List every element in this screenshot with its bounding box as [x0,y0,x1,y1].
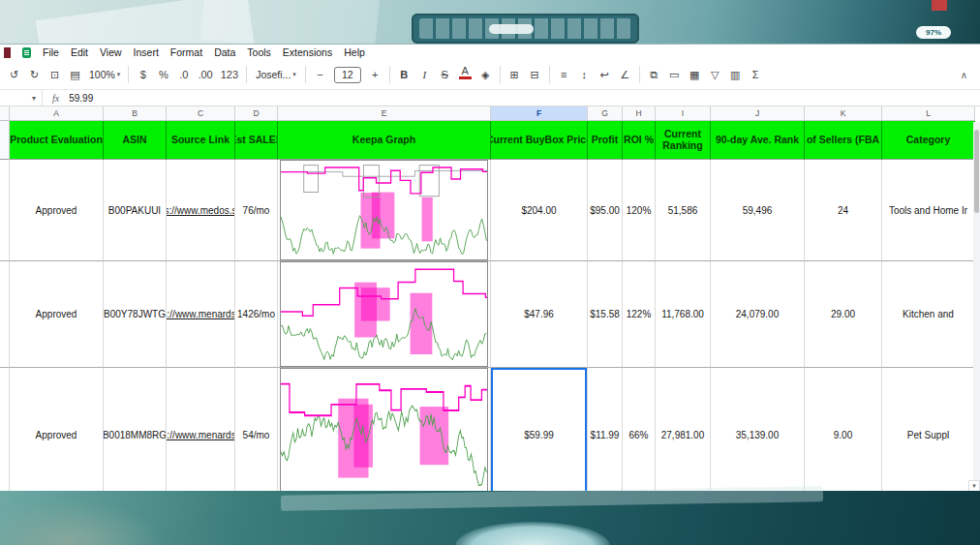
merge-cells-icon[interactable]: ⊟ [529,65,541,84]
cell-r1-keepa[interactable] [278,160,491,261]
col-letter-J[interactable]: J [711,106,805,121]
font-size-input[interactable]: 12 [334,67,361,83]
menu-item-tools[interactable]: Tools [247,46,271,58]
col-letter-H[interactable]: H [623,106,656,121]
formula-input[interactable]: 59.99 [69,93,93,104]
zoom-select[interactable]: 100%▾ [89,65,120,84]
currency-format-icon[interactable]: $ [137,65,149,84]
vertical-scrollbar[interactable] [973,122,980,482]
cell-r2-category[interactable]: Kitchen and [882,261,975,368]
cell-r2-asin[interactable]: B00Y78JWTG [104,261,167,368]
cell-r2-evaluation[interactable]: Approved [10,261,104,368]
header-cell-est_sales[interactable]: Est SALES [235,121,278,160]
paint-format-icon[interactable]: ▤ [69,65,81,84]
cell-r3-sellers[interactable]: 9.00 [805,368,882,491]
insert-comment-icon[interactable]: ▭ [668,65,681,84]
text-color-icon[interactable]: A [459,65,472,79]
cell-r1-est_sales[interactable]: 76/mo [235,160,278,261]
cell-r3-roi[interactable]: 66% [623,368,656,491]
increase-font-size-button[interactable]: + [369,65,382,84]
cell-r3-evaluation[interactable]: Approved [10,368,104,491]
table-views-icon[interactable]: ▥ [729,65,742,84]
header-cell-sellers[interactable]: of Sellers (FBA [805,121,882,160]
header-cell-roi[interactable]: ROI % [623,121,656,160]
cell-r1-asin[interactable]: B00PAKUUI [104,160,167,261]
cell-r2-avg_rank[interactable]: 24,079.00 [711,261,805,368]
cell-r1-sellers[interactable]: 24 [805,160,882,261]
bold-icon[interactable]: B [398,65,411,84]
cell-r3-ranking[interactable]: 27,981.00 [656,368,711,491]
cell-r1-source_link[interactable]: ps://www.medos.sh [167,160,235,261]
text-rotation-icon[interactable]: ∠ [619,65,631,84]
cell-r3-source_link[interactable]: s://www.menards. [167,368,235,491]
redo-icon[interactable]: ↻ [28,65,41,84]
cell-r2-profit[interactable]: $15.58 [588,261,623,368]
cell-r3-keepa[interactable] [278,368,491,491]
header-cell-category[interactable]: Category [882,121,975,160]
cell-r3-est_sales[interactable]: 54/mo [235,368,278,491]
cell-r1-buybox[interactable]: $204.00 [491,160,588,261]
horizontal-align-icon[interactable]: ≡ [558,65,570,84]
cell-r1-profit[interactable]: $95.00 [588,160,623,261]
cell-r2-keepa[interactable] [278,261,491,368]
cell-r1-category[interactable]: Tools and Home Ir [882,160,975,261]
menu-item-insert[interactable]: Insert [134,46,159,58]
menu-item-file[interactable]: File [43,46,59,58]
menu-item-edit[interactable]: Edit [71,46,88,58]
header-cell-profit[interactable]: Profit [588,121,623,160]
col-letter-L[interactable]: L [882,106,975,121]
insert-link-icon[interactable]: ⧉ [648,65,660,84]
cell-r2-buybox[interactable]: $47.96 [491,261,588,368]
cell-r2-source_link[interactable]: s://www.menards. [167,261,235,368]
cell-r1-evaluation[interactable]: Approved [10,160,104,261]
cell-r1-roi[interactable]: 120% [623,160,656,261]
col-letter-E[interactable]: E [278,106,491,121]
fill-color-icon[interactable]: ◈ [479,65,492,84]
col-letter-F[interactable]: F [491,106,588,121]
header-cell-evaluation[interactable]: Product Evaluation [10,121,104,160]
col-letter-B[interactable]: B [104,106,167,121]
increase-decimal-icon[interactable]: .00 [198,65,212,84]
functions-icon[interactable]: Σ [750,65,762,84]
font-family-select[interactable]: Josefi...▾ [255,65,297,84]
header-cell-keepa[interactable]: Keepa Graph [278,121,491,160]
col-letter-G[interactable]: G [588,106,623,121]
cell-r3-profit[interactable]: $11.99 [588,368,623,491]
print-icon[interactable]: ⊡ [48,65,61,84]
header-cell-ranking[interactable]: Current Ranking [656,121,711,160]
cell-r3-category[interactable]: Pet Suppl [882,368,975,491]
strikethrough-icon[interactable]: S [439,65,451,84]
menu-item-help[interactable]: Help [344,46,365,58]
cell-r2-roi[interactable]: 122% [623,261,656,368]
filter-icon[interactable]: ▽ [709,65,721,84]
menu-item-extensions[interactable]: Extensions [283,46,332,58]
more-formats-icon[interactable]: 123 [221,65,238,84]
col-letter-C[interactable]: C [167,106,235,121]
text-wrap-icon[interactable]: ↩ [598,65,611,84]
cell-r2-sellers[interactable]: 29.00 [805,261,882,368]
header-cell-asin[interactable]: ASIN [104,121,167,160]
vertical-align-icon[interactable]: ↕ [578,65,591,84]
menu-item-view[interactable]: View [100,46,122,58]
insert-chart-icon[interactable]: ▦ [689,65,701,84]
menu-item-format[interactable]: Format [170,46,202,58]
menu-item-data[interactable]: Data [214,46,235,58]
italic-icon[interactable]: I [418,65,431,84]
cell-r2-est_sales[interactable]: 1426/mo [235,261,278,368]
header-cell-buybox[interactable]: Current BuyBox Price [491,121,588,160]
scroll-down-arrow[interactable]: ▾ [968,480,980,491]
name-box[interactable]: ▾ [0,90,43,106]
scrollbar-thumb[interactable] [974,130,979,213]
borders-icon[interactable]: ⊞ [508,65,521,84]
cell-r1-ranking[interactable]: 51,586 [656,160,711,261]
decrease-font-size-button[interactable]: − [314,65,326,84]
percent-format-icon[interactable]: % [157,65,169,84]
cell-r3-avg_rank[interactable]: 35,139.00 [711,368,805,491]
cell-r1-avg_rank[interactable]: 59,496 [711,160,805,261]
col-letter-D[interactable]: D [235,106,278,121]
cell-r3-buybox[interactable]: $59.99 [491,368,588,491]
col-letter-A[interactable]: A [10,106,104,121]
header-cell-avg_rank[interactable]: 90-day Ave. Rank [711,121,805,160]
undo-icon[interactable]: ↺ [8,65,20,84]
cell-r2-ranking[interactable]: 11,768.00 [656,261,711,368]
